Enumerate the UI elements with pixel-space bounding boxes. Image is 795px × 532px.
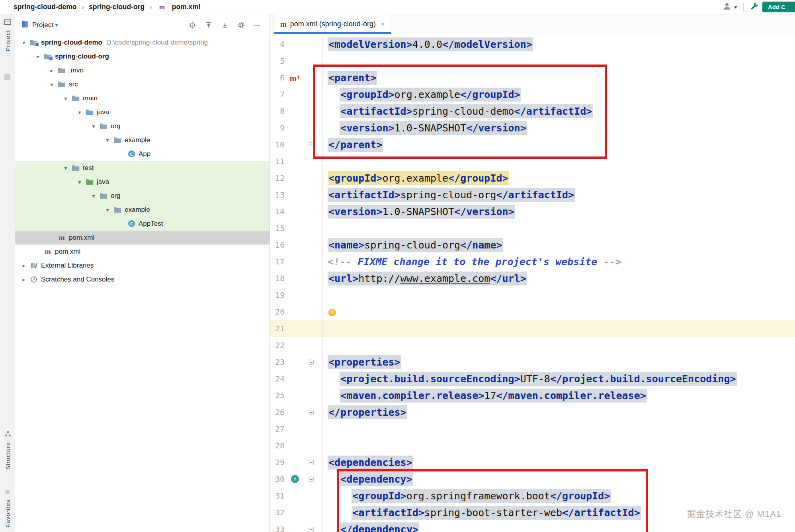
tree-item-apptest[interactable]: CAppTest	[15, 217, 270, 231]
build-hammer-icon[interactable]	[750, 2, 759, 12]
code-line-33[interactable]: 33 </dependency>	[270, 521, 795, 532]
chevron-closed-icon[interactable]: ▸	[19, 276, 29, 283]
add-configuration-button[interactable]: Add C	[762, 2, 795, 12]
code-line-7[interactable]: 7 <groupId>org.example</groupId>	[270, 86, 795, 103]
code-line-19[interactable]: 19	[270, 287, 795, 303]
editor-gutter: 10	[270, 136, 323, 153]
stripe-project-button[interactable]: Project	[0, 19, 15, 51]
code-line-24[interactable]: 24 <project.build.sourceEncoding>UTF-8</…	[270, 370, 795, 387]
breadcrumb-item[interactable]: pom.xml	[172, 3, 201, 11]
chevron-closed-icon[interactable]: ▸	[47, 67, 57, 74]
code-line-28[interactable]: 28	[270, 437, 795, 454]
editor-gutter: 5	[270, 53, 323, 69]
project-panel-title[interactable]: Project	[32, 21, 53, 29]
fold-marker-icon[interactable]	[309, 460, 314, 465]
tree-item-java[interactable]: ▾java	[15, 175, 270, 189]
code-line-12[interactable]: 12<groupId>org.example</groupId>	[270, 170, 795, 186]
code-line-16[interactable]: 16<name>spring-cloud-org</name>	[270, 237, 795, 253]
dependency-gutter-icon[interactable]: ↑	[291, 475, 299, 483]
chevron-open-icon[interactable]: ▾	[89, 123, 98, 129]
fold-marker-icon[interactable]	[309, 527, 314, 532]
editor-gutter: 12	[270, 170, 323, 186]
code-line-6[interactable]: 6m↑<parent>	[270, 69, 795, 86]
tree-item-scratches-and-consoles[interactable]: ▸Scratches and Consoles	[15, 272, 270, 286]
code-line-27[interactable]: 27	[270, 421, 795, 437]
code-line-13[interactable]: 13<artifactId>spring-cloud-org</artifact…	[270, 186, 795, 203]
tree-item--mvn[interactable]: ▸.mvn	[15, 63, 270, 77]
tree-item-org[interactable]: ▾org	[15, 189, 270, 203]
chevron-open-icon[interactable]: ▾	[75, 179, 84, 185]
stripe-favorites-button[interactable]: Favorites	[0, 489, 15, 528]
code-line-8[interactable]: 8 <artifactId>spring-cloud-demo</artifac…	[270, 103, 795, 119]
folder-icon	[57, 67, 67, 74]
chevron-closed-icon[interactable]: ▸	[19, 262, 29, 269]
user-icon[interactable]	[723, 2, 731, 12]
expand-all-icon[interactable]	[205, 21, 213, 29]
chevron-open-icon[interactable]: ▾	[89, 193, 98, 199]
code-line-20[interactable]: 20	[270, 303, 795, 320]
fold-marker-icon[interactable]	[309, 142, 314, 147]
code-line-18[interactable]: 18<url>http://www.example.com</url>	[270, 270, 795, 287]
tree-item-main[interactable]: ▾main	[15, 91, 270, 105]
maven-reload-icon[interactable]: m↑	[289, 72, 300, 84]
chevron-open-icon[interactable]: ▾	[47, 81, 57, 88]
code-line-23[interactable]: 23<properties>	[270, 354, 795, 370]
code-line-30[interactable]: 30↑ <dependency>	[270, 471, 795, 487]
chevron-open-icon[interactable]: ▾	[75, 109, 84, 115]
code-line-17[interactable]: 17<!-- FIXME change it to the project's …	[270, 253, 795, 270]
hide-panel-icon[interactable]: —	[254, 22, 260, 29]
tree-item-external-libraries[interactable]: ▸External Libraries	[15, 258, 270, 272]
editor-tab-pom-xml[interactable]: m pom.xml (spring-cloud-org) ×	[273, 14, 391, 34]
code-line-4[interactable]: 4<modelVersion>4.0.0</modelVersion>	[270, 36, 795, 53]
tree-item-example[interactable]: ▾example	[15, 203, 270, 217]
tree-item-app[interactable]: CApp	[15, 147, 270, 161]
chevron-open-icon[interactable]: ▾	[61, 95, 70, 102]
editor-body[interactable]: 4<modelVersion>4.0.0</modelVersion>56m↑<…	[270, 34, 795, 532]
breadcrumb-item[interactable]: spring-cloud-demo	[14, 3, 76, 11]
tree-item-org[interactable]: ▾org	[15, 119, 270, 133]
fold-marker-icon[interactable]	[309, 360, 314, 365]
tree-item-src[interactable]: ▾src	[15, 77, 270, 91]
code-line-15[interactable]: 15	[270, 220, 795, 237]
chevron-open-icon[interactable]: ▾	[19, 39, 29, 46]
tree-item-spring-cloud-org[interactable]: ▾spring-cloud-org	[15, 49, 270, 63]
intention-bulb-icon[interactable]	[328, 309, 336, 316]
tree-item-pom-xml[interactable]: mpom.xml	[15, 244, 270, 258]
code-line-21[interactable]: 21	[270, 320, 795, 337]
code-line-10[interactable]: 10</parent>	[270, 136, 795, 153]
tree-item-test[interactable]: ▾test	[15, 161, 270, 175]
code-line-14[interactable]: 14<version>1.0-SNAPSHOT</version>	[270, 203, 795, 220]
fold-marker-icon[interactable]	[309, 410, 314, 415]
code-line-26[interactable]: 26</properties>	[270, 404, 795, 421]
tree-item-spring-cloud-demo[interactable]: ▾spring-cloud-demoD:\code\spring-cloud-d…	[15, 35, 270, 49]
toolwindow-stub-icon[interactable]	[4, 74, 10, 80]
code-token: <artifactId>	[352, 507, 424, 518]
tree-item-example[interactable]: ▾example	[15, 133, 270, 147]
chevron-open-icon[interactable]: ▾	[33, 53, 43, 60]
chevron-open-icon[interactable]: ▾	[103, 137, 112, 143]
locate-file-icon[interactable]	[188, 21, 196, 29]
code-line-5[interactable]: 5	[270, 53, 795, 69]
code-line-22[interactable]: 22	[270, 337, 795, 354]
fold-marker-icon[interactable]	[309, 477, 314, 482]
svg-text:C: C	[130, 152, 133, 156]
tree-item-label: Scratches and Consoles	[41, 276, 114, 284]
tree-item-pom-xml[interactable]: mpom.xml	[15, 231, 270, 244]
code-line-29[interactable]: 29<dependencies>	[270, 454, 795, 471]
code-line-25[interactable]: 25 <maven.compiler.release>17</maven.com…	[270, 387, 795, 404]
code-line-11[interactable]: 11	[270, 153, 795, 170]
collapse-all-icon[interactable]	[221, 21, 229, 29]
editor-gutter: 27	[270, 421, 323, 437]
chevron-open-icon[interactable]: ▾	[103, 207, 112, 213]
code-line-31[interactable]: 31 <groupId>org.springframework.boot</gr…	[270, 487, 795, 504]
settings-gear-icon[interactable]	[237, 21, 245, 29]
chevron-down-icon[interactable]: ▾	[55, 22, 58, 28]
code-token: org.springframework.boot	[406, 490, 550, 502]
code-line-9[interactable]: 9 <version>1.0-SNAPSHOT</version>	[270, 119, 795, 136]
tree-item-java[interactable]: ▾java	[15, 105, 270, 119]
breadcrumb-item[interactable]: spring-cloud-org	[89, 3, 145, 11]
close-icon[interactable]: ×	[381, 21, 385, 28]
chevron-down-icon[interactable]: ▾	[734, 4, 737, 10]
stripe-structure-button[interactable]: Structure	[0, 431, 15, 470]
chevron-open-icon[interactable]: ▾	[61, 165, 70, 171]
